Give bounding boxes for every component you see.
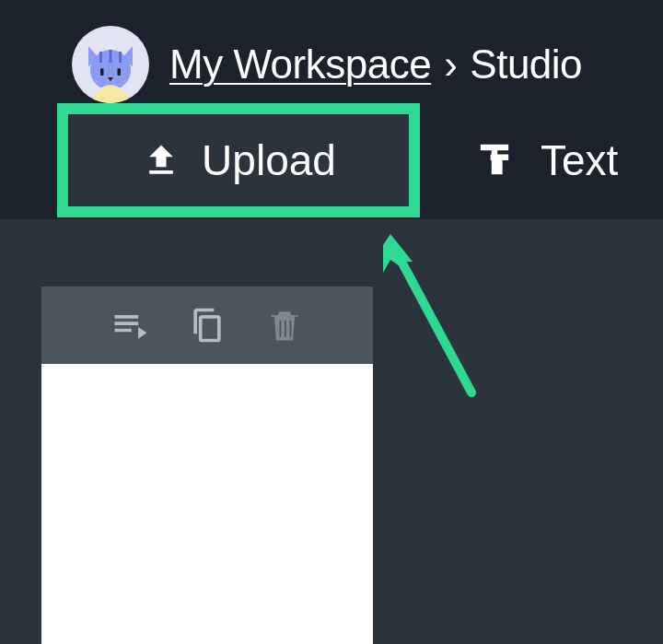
svg-rect-3 xyxy=(119,52,122,63)
svg-rect-5 xyxy=(118,68,122,76)
content-card xyxy=(41,287,373,644)
avatar[interactable] xyxy=(72,26,149,103)
card-toolbar xyxy=(41,287,373,364)
playlist-play-icon xyxy=(110,305,150,345)
tabs: Upload Text xyxy=(57,103,618,217)
breadcrumb-workspace-link[interactable]: My Workspace xyxy=(169,41,431,88)
breadcrumb-current: Studio xyxy=(470,41,582,88)
card-body xyxy=(41,364,373,644)
tab-upload-label: Upload xyxy=(202,135,336,185)
header-bar: My Workspace › Studio Upload Text xyxy=(0,0,663,219)
tab-upload[interactable]: Upload xyxy=(68,114,409,206)
cat-avatar-icon xyxy=(83,39,138,103)
tab-text[interactable]: Text xyxy=(471,135,618,185)
svg-rect-4 xyxy=(100,68,104,76)
svg-point-6 xyxy=(92,85,129,103)
text-format-icon xyxy=(471,136,518,184)
upload-icon xyxy=(141,140,181,181)
copy-icon xyxy=(187,305,227,345)
breadcrumb-separator: › xyxy=(444,41,457,88)
tab-text-label: Text xyxy=(541,135,618,185)
upload-tab-highlight: Upload xyxy=(57,103,420,217)
copy-button[interactable] xyxy=(187,305,227,345)
breadcrumb-text: My Workspace › Studio xyxy=(169,41,582,88)
playlist-play-button[interactable] xyxy=(110,305,150,345)
svg-rect-7 xyxy=(201,317,219,341)
delete-button[interactable] xyxy=(264,305,305,345)
breadcrumb: My Workspace › Studio xyxy=(72,26,582,103)
svg-rect-2 xyxy=(110,50,112,63)
trash-icon xyxy=(264,305,305,345)
svg-rect-1 xyxy=(99,52,102,63)
